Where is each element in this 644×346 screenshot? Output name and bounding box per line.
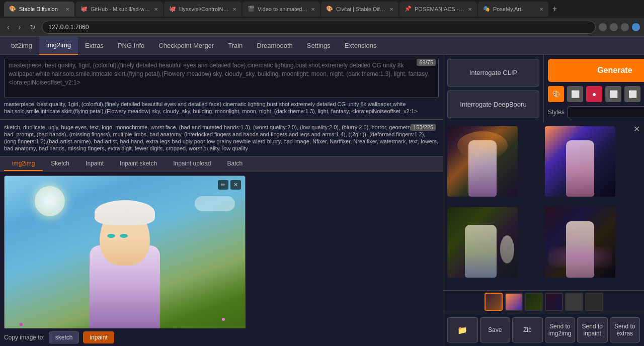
send-to-inpaint-button[interactable]: Send to inpaint (577, 317, 608, 342)
save-button[interactable]: Save (480, 317, 511, 342)
generate-button[interactable]: Generate (548, 59, 644, 82)
extension-icon-3[interactable] (621, 23, 629, 31)
tab-posemy[interactable]: 🎭 PoseMy.Art ✕ (478, 2, 548, 17)
extension-icon-2[interactable] (610, 23, 618, 31)
tab-inpaint-upload[interactable]: Inpaint upload (165, 157, 219, 171)
tab-favicon-1: 🎨 (9, 6, 16, 13)
thumbnail-4[interactable] (545, 293, 563, 311)
thumbnail-3[interactable] (525, 293, 543, 311)
tab-close-5[interactable]: ✕ (389, 7, 393, 12)
nav-settings[interactable]: Settings (300, 37, 338, 55)
tab-label-4: Video to animated GIF converter (258, 6, 308, 12)
interrogate-clip-button[interactable]: Interrogate CLIP (447, 59, 539, 86)
tab-close-7[interactable]: ✕ (539, 7, 543, 12)
tab-label-1: Stable Diffusion (19, 6, 58, 12)
tab-stable-diffusion[interactable]: 🎨 Stable Diffusion ✕ (4, 2, 74, 17)
generated-image-3[interactable] (447, 207, 518, 278)
send-to-img2img-button[interactable]: Send to img2img (545, 317, 576, 342)
nav-checkpoint-merger[interactable]: Checkpoint Merger (151, 37, 221, 55)
tab-favicon-2: 🐙 (80, 6, 88, 13)
style-icon-3[interactable]: ● (586, 86, 602, 102)
thumbnail-1[interactable] (485, 293, 503, 311)
canvas-area: ✏ ✕ (0, 171, 443, 328)
tab-controlnet[interactable]: 🐙 lllyasviel/ControlNet at main ✕ (164, 2, 242, 17)
thumbnail-2[interactable] (505, 293, 523, 311)
send-to-extras-button[interactable]: Send to extras (610, 317, 640, 342)
copy-label: Copy image to: (4, 334, 45, 341)
tab-close-1[interactable]: ✕ (65, 7, 69, 12)
tab-gif[interactable]: 🎬 Video to animated GIF converter ✕ (243, 2, 320, 17)
character-body (74, 205, 175, 328)
tab-label-7: PoseMy.Art (493, 6, 521, 12)
edit-image-button[interactable]: ✏ (218, 180, 228, 190)
style-icon-5[interactable]: ⬜ (624, 86, 640, 102)
positive-prompt-input[interactable] (4, 58, 439, 98)
stable-diffusion-app: txt2img img2img Extras PNG Info Checkpoi… (0, 37, 644, 346)
nav-pnginfo[interactable]: PNG Info (111, 37, 151, 55)
thumbnail-6[interactable] (585, 293, 603, 311)
negative-prompt-text: sketch, duplicate, ugly, huge eyes, text… (4, 123, 439, 153)
negative-prompt-area: 153/225 sketch, duplicate, ugly, huge ey… (0, 120, 443, 157)
image-thumbnails (443, 290, 644, 313)
tab-close-4[interactable]: ✕ (311, 7, 315, 12)
generated-image-2[interactable] (545, 126, 615, 197)
address-text: 127.0.0.1:7860 (48, 24, 89, 31)
tab-label-6: POSEMANIACS - Royalty free 3... (415, 6, 465, 12)
tab-posemaniacs[interactable]: 📌 POSEMANIACS - Royalty free 3... ✕ (399, 2, 477, 17)
generated-image-4[interactable] (545, 207, 615, 278)
thumbnail-5[interactable] (565, 293, 583, 311)
reload-button[interactable]: ↻ (27, 22, 39, 32)
copy-to-inpaint-button[interactable]: inpaint (83, 331, 114, 343)
back-button[interactable]: ‹ (4, 22, 13, 32)
interrogate-deepbooru-button[interactable]: Interrogate DeepBooru (447, 91, 539, 118)
clear-image-button[interactable]: ✕ (230, 180, 241, 190)
tab-bar: 🎨 Stable Diffusion ✕ 🐙 GitHub - Mikubill… (0, 0, 644, 18)
style-icon-1[interactable]: 🎨 (548, 86, 564, 102)
forward-button[interactable]: › (16, 22, 24, 32)
tab-sketch[interactable]: Sketch (43, 157, 77, 171)
nav-icons (599, 23, 640, 31)
style-icon-4[interactable]: ⬜ (605, 86, 621, 102)
styles-row: Styles ✕ ▸ (548, 106, 644, 118)
nav-extensions[interactable]: Extensions (338, 37, 384, 55)
close-output-button[interactable]: ✕ (633, 124, 640, 134)
canvas-right-space (250, 176, 439, 324)
tab-inpaint[interactable]: Inpaint (77, 157, 112, 171)
tab-batch[interactable]: Batch (219, 157, 251, 171)
tab-img2img[interactable]: img2img (4, 157, 43, 171)
flower-2 (20, 323, 23, 326)
image-upload-box[interactable]: ✏ ✕ (4, 176, 246, 328)
address-bar[interactable]: 127.0.0.1:7860 (42, 21, 596, 34)
tab-close-2[interactable]: ✕ (154, 7, 158, 12)
nav-dreambooth[interactable]: Dreambooth (250, 37, 300, 55)
generated-image-1[interactable] (447, 126, 518, 197)
negative-counter: 153/225 (411, 124, 436, 131)
profile-icon[interactable] (632, 23, 640, 31)
nav-train[interactable]: Train (221, 37, 250, 55)
tab-inpaint-sketch[interactable]: Inpaint sketch (112, 157, 165, 171)
nav-extras[interactable]: Extras (78, 37, 111, 55)
generate-section: Generate 🎨 ⬜ ● ⬜ ⬜ Styles ✕ ▸ (544, 55, 644, 122)
positive-prompt-area: 69/75 masterpiece, best quality, 1girl, … (0, 55, 443, 120)
styles-input[interactable] (568, 106, 644, 118)
copy-to-sketch-button[interactable]: sketch (49, 331, 79, 343)
nav-img2img[interactable]: img2img (39, 37, 78, 55)
img2img-subtabs: img2img Sketch Inpaint Inpaint sketch In… (0, 157, 443, 171)
tab-label-2: GitHub - Mikubill/sd-webui-co... (91, 6, 151, 12)
action-buttons: 📁 Save Zip Send to img2img Send to inpai… (443, 313, 644, 346)
copy-image-area: Copy image to: sketch inpaint (0, 328, 443, 346)
tab-github-1[interactable]: 🐙 GitHub - Mikubill/sd-webui-co... ✕ (75, 2, 163, 17)
tab-civitai[interactable]: 🎨 Civitai | Stable Diffusion model... ✕ (321, 2, 398, 17)
tab-close-6[interactable]: ✕ (468, 7, 472, 12)
style-icon-2[interactable]: ⬜ (567, 86, 583, 102)
extension-icon-1[interactable] (599, 23, 607, 31)
nav-txt2img[interactable]: txt2img (4, 37, 39, 55)
positive-counter: 69/75 (417, 59, 436, 66)
right-panel-top: Interrogate CLIP Interrogate DeepBooru G… (443, 55, 644, 122)
tab-favicon-6: 📌 (405, 6, 412, 13)
new-tab-button[interactable]: + (549, 5, 560, 14)
open-folder-button[interactable]: 📁 (447, 317, 478, 342)
zip-button[interactable]: Zip (512, 317, 543, 342)
positive-prompt-text: masterpiece, best quality, 1girl, (color… (4, 100, 439, 116)
tab-close-3[interactable]: ✕ (232, 7, 236, 12)
